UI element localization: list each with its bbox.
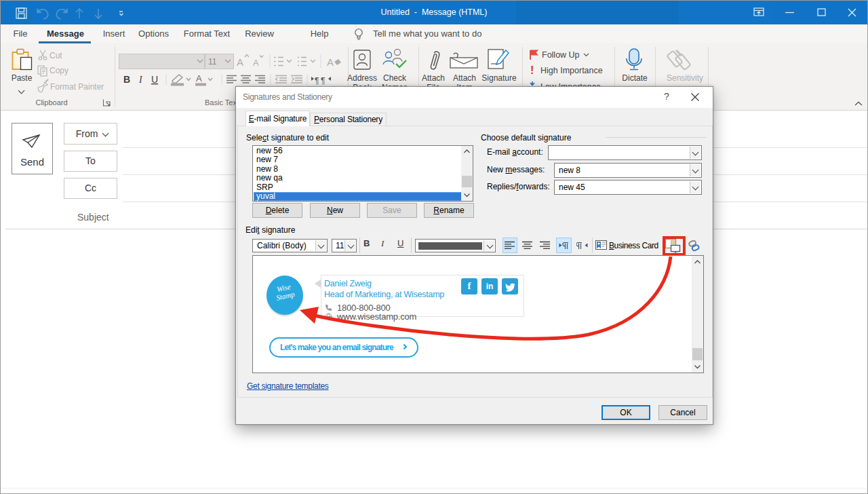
svg-text:A: A <box>327 56 334 68</box>
svg-text:B: B <box>123 74 130 85</box>
svg-text:¶: ¶ <box>315 76 319 86</box>
svg-text:11: 11 <box>208 57 217 66</box>
svg-text:I: I <box>138 75 143 85</box>
svg-text:!: ! <box>530 64 534 76</box>
svg-text:A: A <box>237 56 243 68</box>
svg-text:¶: ¶ <box>321 76 325 86</box>
svg-text:A: A <box>253 58 259 68</box>
svg-text:U: U <box>151 74 158 85</box>
svg-text:A: A <box>196 73 202 83</box>
